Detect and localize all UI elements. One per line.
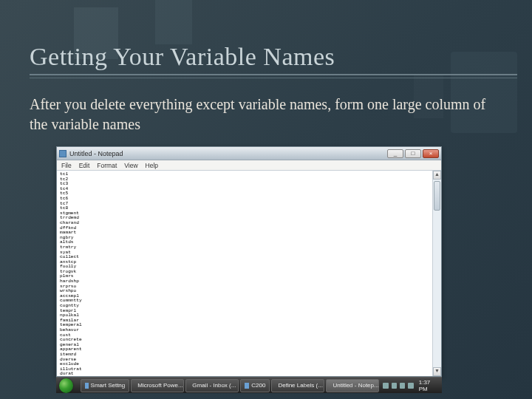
notepad-text[interactable]: tc1 tc2 tc3 tc4 tc5 tc6 tc7 tc8 stgment … [57,171,441,376]
notepad-titlebar[interactable]: Untitled - Notepad _ □ × [57,147,441,160]
system-tray: 1:37 PM [380,378,442,393]
start-button[interactable] [59,378,73,393]
tray-icon[interactable] [383,383,388,389]
title-rule-top [30,74,517,75]
taskbar-label: Gmail - Inbox (... [192,382,236,389]
notepad-title: Untitled - Notepad [69,150,384,157]
taskbar-item-active[interactable]: Untitled - Notep... [326,379,379,392]
maximize-button[interactable]: □ [405,149,421,158]
close-button[interactable]: × [423,149,439,158]
taskbar-label: Define Labels (... [278,382,322,389]
taskbar-label: Untitled - Notep... [332,382,378,389]
app-icon [245,383,249,389]
taskbar-item[interactable]: Microsoft Powe... [131,379,184,392]
menu-file[interactable]: File [61,162,72,169]
slide-title: Getting Your Variable Names [30,43,335,71]
scroll-thumb[interactable] [434,181,440,211]
minimize-button[interactable]: _ [387,149,403,158]
notepad-icon [59,150,66,157]
menu-view[interactable]: View [124,162,137,169]
taskbar-label: C200 [251,382,265,389]
menu-format[interactable]: Format [97,162,117,169]
taskbar-label: Microsoft Powe... [137,382,183,389]
taskbar-item[interactable]: Smart Settng [81,379,129,392]
notepad-window: Untitled - Notepad _ □ × File Edit Forma… [56,146,442,377]
decorative-block-2 [155,0,192,44]
tray-icon[interactable] [392,383,397,389]
vertical-scrollbar[interactable]: ▲ ▼ [432,171,441,376]
tray-icon[interactable] [408,383,413,389]
notepad-menubar: File Edit Format View Help [57,160,441,171]
taskbar-item[interactable]: Define Labels (... [271,379,324,392]
taskbar-item[interactable]: Gmail - Inbox (... [185,379,239,392]
menu-edit[interactable]: Edit [79,162,90,169]
app-icon [85,383,88,389]
clock[interactable]: 1:37 PM [417,379,439,392]
window-buttons: _ □ × [387,149,439,158]
scroll-down-arrow[interactable]: ▼ [433,367,441,376]
slide-body-text: After you delete everything except varia… [30,95,502,134]
windows-taskbar: Smart Settng Microsoft Powe... Gmail - I… [56,377,442,393]
menu-help[interactable]: Help [146,162,158,169]
taskbar-item[interactable]: C200 [240,379,270,392]
taskbar-label: Smart Settng [91,382,126,389]
notepad-content: tc1 tc2 tc3 tc4 tc5 tc6 tc7 tc8 stgment … [57,171,441,376]
tray-icon[interactable] [400,383,405,389]
title-rule-bottom [30,78,517,78]
scroll-up-arrow[interactable]: ▲ [433,171,441,180]
